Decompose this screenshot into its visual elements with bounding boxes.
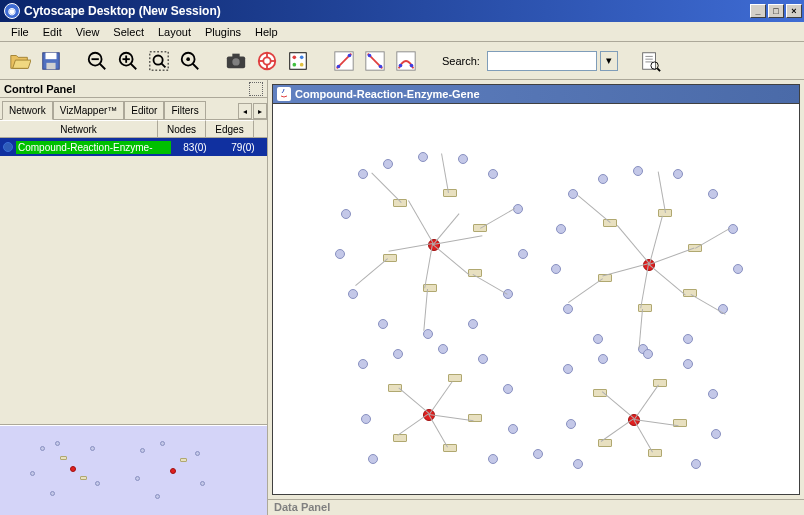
search-input[interactable] xyxy=(487,51,597,71)
close-button[interactable]: × xyxy=(786,4,802,18)
preferences-icon[interactable] xyxy=(284,47,312,75)
data-panel-header[interactable]: Data Panel xyxy=(268,499,804,515)
menu-edit[interactable]: Edit xyxy=(36,24,69,40)
col-header-network[interactable]: Network xyxy=(0,120,158,137)
svg-point-26 xyxy=(293,55,297,59)
tab-scroll-left-icon[interactable]: ◂ xyxy=(238,103,252,119)
window-title: Cytoscape Desktop (New Session) xyxy=(24,4,221,18)
svg-point-15 xyxy=(186,57,190,61)
save-icon[interactable] xyxy=(37,47,65,75)
canvas-title: Compound-Reaction-Enzyme-Gene xyxy=(295,88,480,100)
svg-line-14 xyxy=(193,63,199,69)
float-panel-icon[interactable] xyxy=(249,82,263,96)
svg-point-18 xyxy=(232,58,239,65)
svg-point-28 xyxy=(293,62,297,66)
vizmap-icon-3[interactable] xyxy=(392,47,420,75)
vizmap-icon-2[interactable] xyxy=(361,47,389,75)
window-titlebar: ◉ Cytoscape Desktop (New Session) _ □ × xyxy=(0,0,804,22)
svg-line-12 xyxy=(161,62,166,67)
search-dropdown-button[interactable]: ▾ xyxy=(600,51,618,71)
tab-network[interactable]: Network xyxy=(2,101,53,120)
menu-layout[interactable]: Layout xyxy=(151,24,198,40)
maximize-button[interactable]: □ xyxy=(768,4,784,18)
zoom-in-icon[interactable] xyxy=(114,47,142,75)
control-panel: Control Panel Network VizMapper™ Editor … xyxy=(0,80,268,515)
col-header-edges[interactable]: Edges xyxy=(206,120,254,137)
menu-help[interactable]: Help xyxy=(248,24,285,40)
col-header-nodes[interactable]: Nodes xyxy=(158,120,206,137)
svg-point-37 xyxy=(379,64,383,68)
java-icon xyxy=(277,87,291,101)
svg-rect-17 xyxy=(232,53,239,57)
main-area: Compound-Reaction-Enzyme-Gene xyxy=(268,80,804,515)
svg-line-4 xyxy=(100,63,106,69)
tab-scroll-right-icon[interactable]: ▸ xyxy=(253,103,267,119)
network-list-area xyxy=(0,156,267,425)
svg-rect-2 xyxy=(46,62,55,68)
app-icon: ◉ xyxy=(4,3,20,19)
control-panel-tabs: Network VizMapper™ Editor Filters ◂ ▸ xyxy=(0,98,267,120)
search-config-icon[interactable] xyxy=(636,47,664,75)
menu-bar: File Edit View Select Layout Plugins Hel… xyxy=(0,22,804,42)
search-label: Search: xyxy=(442,55,480,67)
menu-view[interactable]: View xyxy=(69,24,107,40)
zoom-out-icon[interactable] xyxy=(83,47,111,75)
svg-point-40 xyxy=(410,63,414,67)
svg-rect-25 xyxy=(290,52,307,69)
zoom-fit-icon[interactable] xyxy=(145,47,173,75)
menu-file[interactable]: File xyxy=(4,24,36,40)
network-row-name: Compound-Reaction-Enzyme- xyxy=(16,141,171,154)
minimize-button[interactable]: _ xyxy=(750,4,766,18)
control-panel-title: Control Panel xyxy=(4,83,76,95)
svg-rect-1 xyxy=(46,52,57,58)
network-row-nodes: 83(0) xyxy=(171,142,219,153)
svg-point-32 xyxy=(337,64,341,68)
svg-rect-10 xyxy=(150,51,168,69)
control-panel-header: Control Panel xyxy=(0,80,267,98)
svg-line-46 xyxy=(657,68,660,71)
svg-point-27 xyxy=(300,55,304,59)
menu-select[interactable]: Select xyxy=(106,24,151,40)
tab-filters[interactable]: Filters xyxy=(164,101,205,119)
network-canvas[interactable] xyxy=(272,104,800,495)
open-icon[interactable] xyxy=(6,47,34,75)
menu-plugins[interactable]: Plugins xyxy=(198,24,248,40)
svg-point-39 xyxy=(399,63,403,67)
toolbar: Search: ▾ xyxy=(0,42,804,80)
svg-rect-41 xyxy=(643,52,656,69)
network-preview[interactable] xyxy=(0,425,267,515)
data-panel-title: Data Panel xyxy=(274,501,330,513)
tab-vizmapper[interactable]: VizMapper™ xyxy=(53,101,125,119)
tab-editor[interactable]: Editor xyxy=(124,101,164,119)
network-status-icon xyxy=(3,142,13,152)
svg-line-7 xyxy=(131,63,137,69)
snapshot-icon[interactable] xyxy=(222,47,250,75)
vizmap-icon-1[interactable] xyxy=(330,47,358,75)
zoom-selected-icon[interactable] xyxy=(176,47,204,75)
canvas-titlebar[interactable]: Compound-Reaction-Enzyme-Gene xyxy=(272,84,800,104)
network-row-edges: 79(0) xyxy=(219,142,267,153)
svg-point-29 xyxy=(300,62,304,66)
network-table-header: Network Nodes Edges xyxy=(0,120,267,138)
network-row[interactable]: Compound-Reaction-Enzyme- 83(0) 79(0) xyxy=(0,138,267,156)
svg-point-33 xyxy=(348,53,352,57)
svg-point-36 xyxy=(368,53,372,57)
help-icon[interactable] xyxy=(253,47,281,75)
